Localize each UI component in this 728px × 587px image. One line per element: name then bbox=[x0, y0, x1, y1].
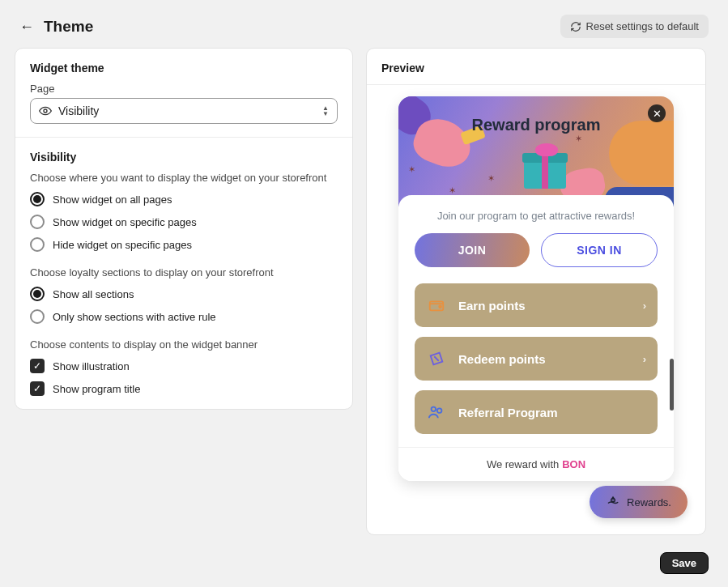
widget-button-row: JOIN SIGN IN bbox=[415, 233, 658, 267]
page-select[interactable]: Visibility ▲▼ bbox=[30, 98, 338, 124]
rewards-widget: ✶ ✶ ✶ ✶ Reward program ✕ Join our progra… bbox=[398, 96, 674, 481]
redeem-points-item[interactable]: Redeem points › bbox=[415, 337, 658, 381]
footer-prefix: We reward with bbox=[487, 458, 559, 470]
placement-option-all-pages[interactable]: Show widget on all pages bbox=[30, 192, 338, 206]
list-item-label: Earn points bbox=[458, 299, 526, 313]
svg-point-2 bbox=[439, 305, 441, 308]
gift-illustration bbox=[524, 147, 566, 189]
checkbox-checked-icon: ✓ bbox=[30, 359, 45, 373]
widget-content: Join our program to get attractive rewar… bbox=[398, 211, 674, 447]
placement-option-specific-pages[interactable]: Show widget on specific pages bbox=[30, 215, 338, 229]
banner-subhead: Choose contents to display on the widget… bbox=[30, 338, 338, 351]
close-icon: ✕ bbox=[653, 108, 662, 120]
settings-panel: Widget theme Page Visibility ▲▼ Visibili… bbox=[15, 48, 353, 410]
radio-label: Hide widget on specific pages bbox=[53, 239, 192, 251]
visibility-title: Visibility bbox=[30, 151, 338, 164]
svg-rect-5 bbox=[611, 499, 615, 501]
radio-icon bbox=[30, 192, 45, 206]
list-item-label: Redeem points bbox=[458, 352, 546, 366]
ticket-icon bbox=[428, 350, 445, 368]
checkbox-label: Show illustration bbox=[53, 360, 130, 372]
placement-option-hide-specific[interactable]: Hide widget on specific pages bbox=[30, 237, 338, 252]
signin-button-label: SIGN IN bbox=[577, 244, 622, 257]
close-widget-button[interactable]: ✕ bbox=[648, 104, 666, 122]
launcher-label: Rewards. bbox=[627, 496, 671, 508]
back-arrow-icon[interactable]: ← bbox=[19, 19, 34, 34]
save-button-label: Save bbox=[672, 557, 696, 569]
page-select-value: Visibility bbox=[58, 104, 99, 117]
page-field-label: Page bbox=[30, 83, 338, 95]
widget-theme-section: Widget theme Page Visibility ▲▼ bbox=[15, 49, 352, 138]
radio-icon bbox=[30, 237, 45, 252]
header-left: ← Theme bbox=[19, 18, 93, 36]
widget-footer: We reward with BON bbox=[398, 447, 674, 481]
footer-brand: BON bbox=[562, 458, 585, 470]
show-illustration-checkbox[interactable]: ✓ Show illustration bbox=[30, 359, 338, 373]
gift-hand-icon bbox=[606, 495, 620, 509]
rewards-launcher-button[interactable]: Rewards. bbox=[590, 486, 688, 518]
widget-theme-title: Widget theme bbox=[30, 62, 338, 74]
eye-icon bbox=[39, 104, 52, 117]
radio-label: Show widget on specific pages bbox=[53, 216, 197, 228]
radio-label: Show widget on all pages bbox=[53, 194, 172, 206]
reset-settings-label: Reset settings to default bbox=[586, 20, 699, 32]
banner-check-group: ✓ Show illustration ✓ Show program title bbox=[30, 359, 338, 396]
checkbox-label: Show program title bbox=[53, 383, 140, 395]
radio-label: Show all sections bbox=[53, 288, 134, 300]
show-program-title-checkbox[interactable]: ✓ Show program title bbox=[30, 381, 338, 396]
widget-join-text: Join our program to get attractive rewar… bbox=[415, 211, 658, 222]
wallet-icon bbox=[428, 296, 445, 314]
placement-radio-group: Show widget on all pages Show widget on … bbox=[30, 192, 338, 252]
widget-banner-title: Reward program bbox=[398, 116, 674, 134]
list-item-label: Referral Program bbox=[458, 406, 558, 419]
sections-option-active-only[interactable]: Only show sections with active rule bbox=[30, 309, 338, 324]
sections-option-all[interactable]: Show all sections bbox=[30, 287, 338, 301]
scrollbar[interactable] bbox=[670, 359, 674, 410]
svg-point-4 bbox=[437, 408, 442, 413]
sections-radio-group: Show all sections Only show sections wit… bbox=[30, 287, 338, 324]
svg-point-0 bbox=[44, 109, 47, 113]
preview-title: Preview bbox=[367, 49, 705, 85]
chevron-right-icon: › bbox=[643, 353, 646, 365]
radio-label: Only show sections with active rule bbox=[53, 311, 216, 323]
radio-icon bbox=[30, 309, 45, 324]
referral-program-item[interactable]: Referral Program bbox=[415, 390, 658, 434]
save-button[interactable]: Save bbox=[660, 552, 709, 574]
visibility-section: Visibility Choose where you want to disp… bbox=[15, 138, 352, 409]
chevron-right-icon: › bbox=[643, 300, 646, 312]
earn-points-item[interactable]: Earn points › bbox=[415, 283, 658, 327]
checkbox-checked-icon: ✓ bbox=[30, 381, 45, 396]
placement-subhead: Choose where you want to display the wid… bbox=[30, 172, 338, 184]
select-arrows-icon: ▲▼ bbox=[322, 105, 329, 117]
reset-settings-button[interactable]: Reset settings to default bbox=[560, 15, 709, 38]
sections-subhead: Choose loyalty sections to display on yo… bbox=[30, 266, 338, 279]
svg-point-3 bbox=[432, 407, 436, 412]
signin-button[interactable]: SIGN IN bbox=[541, 233, 658, 267]
widget-banner: ✶ ✶ ✶ ✶ Reward program ✕ bbox=[398, 96, 674, 206]
users-icon bbox=[428, 403, 445, 421]
radio-icon bbox=[30, 287, 45, 301]
refresh-icon bbox=[570, 21, 581, 32]
page-header: ← Theme Reset settings to default bbox=[0, 0, 728, 48]
preview-panel: Preview ✶ ✶ ✶ ✶ Reward prog bbox=[366, 48, 706, 535]
widget-curve bbox=[398, 195, 674, 211]
preview-body: ✶ ✶ ✶ ✶ Reward program ✕ Join our progra… bbox=[367, 85, 705, 534]
join-button[interactable]: JOIN bbox=[415, 233, 530, 267]
page-title: Theme bbox=[44, 18, 93, 36]
radio-icon bbox=[30, 215, 45, 229]
join-button-label: JOIN bbox=[458, 244, 487, 257]
